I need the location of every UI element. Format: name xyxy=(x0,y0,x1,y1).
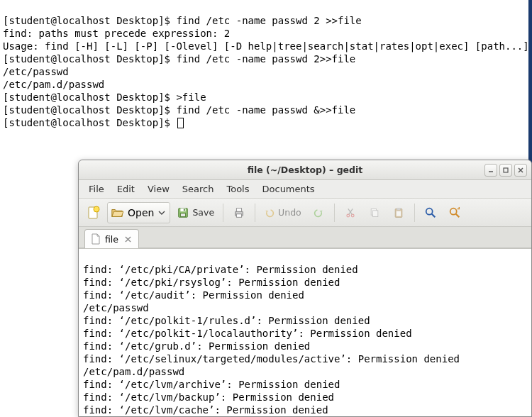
open-label: Open xyxy=(128,207,154,218)
open-button[interactable]: Open xyxy=(107,202,170,223)
editor-line: find: ‘/etc/lvm/backup’: Permission deni… xyxy=(83,391,334,403)
svg-point-24 xyxy=(450,208,456,214)
terminal-line: /etc/pam.d/passwd xyxy=(3,79,104,90)
terminal-line: [student@localhost Desktop]$ find /etc -… xyxy=(3,15,362,26)
minimize-icon xyxy=(487,167,494,174)
svg-rect-11 xyxy=(236,208,241,211)
maximize-icon xyxy=(502,167,509,174)
editor-line: find: ‘/etc/lvm/cache’: Permission denie… xyxy=(83,404,328,416)
svg-rect-9 xyxy=(181,213,186,216)
terminal-line: Usage: find [-H] [-L] [-P] [-Olevel] [-D… xyxy=(3,40,532,52)
copy-button[interactable] xyxy=(364,202,385,223)
separator xyxy=(255,204,255,222)
undo-icon xyxy=(264,207,275,218)
svg-line-16 xyxy=(348,208,353,214)
save-label: Save xyxy=(192,207,214,218)
svg-rect-12 xyxy=(236,213,241,217)
close-icon xyxy=(125,236,131,243)
terminal-line: [student@localhost Desktop]$ find /etc -… xyxy=(3,104,355,116)
editor-line: find: ‘/etc/lvm/archive’: Permission den… xyxy=(83,379,340,390)
cut-button[interactable] xyxy=(340,202,361,223)
menu-documents[interactable]: Documents xyxy=(257,182,321,196)
print-button[interactable] xyxy=(228,202,250,223)
editor-line: find: ‘/etc/pki/CA/private’: Permission … xyxy=(83,264,358,275)
folder-open-icon xyxy=(111,206,123,219)
menubar: File Edit View Search Tools Documents xyxy=(79,180,531,199)
minimize-button[interactable] xyxy=(484,164,497,177)
redo-icon xyxy=(313,207,324,218)
svg-rect-18 xyxy=(372,210,377,216)
editor-line: find: ‘/etc/selinux/targeted/modules/act… xyxy=(83,353,460,365)
close-button[interactable] xyxy=(514,164,527,177)
maximize-button[interactable] xyxy=(499,164,512,177)
undo-label: Undo xyxy=(278,207,301,218)
editor-line: find: ‘/etc/pki/rsyslog’: Permission den… xyxy=(83,277,340,288)
editor-line: /etc/pam.d/passwd xyxy=(83,366,184,377)
undo-button[interactable]: Undo xyxy=(260,202,305,223)
separator xyxy=(414,204,415,222)
svg-rect-21 xyxy=(397,211,401,216)
terminal-line: [student@localhost Desktop]$ find /etc -… xyxy=(3,53,355,65)
menu-tools[interactable]: Tools xyxy=(221,182,255,196)
editor-line: find: ‘/etc/polkit-1/rules.d’: Permissio… xyxy=(83,315,370,326)
tab-close-button[interactable] xyxy=(123,234,133,244)
paste-button[interactable] xyxy=(388,202,409,223)
save-icon xyxy=(177,206,189,219)
search-icon xyxy=(424,206,437,219)
menu-file[interactable]: File xyxy=(83,182,110,196)
separator xyxy=(334,204,335,222)
window-title: file (~/Desktop) – gedit xyxy=(79,165,531,175)
window-buttons xyxy=(484,164,527,177)
clipboard-icon xyxy=(393,207,404,218)
svg-line-25 xyxy=(456,213,460,217)
toolbar: Open Save Undo xyxy=(79,199,531,227)
print-icon xyxy=(233,206,245,219)
redo-button[interactable] xyxy=(308,202,329,223)
terminal-line: find: paths must precede expression: 2 xyxy=(3,28,230,39)
document-icon xyxy=(91,233,101,245)
svg-line-23 xyxy=(432,213,436,217)
editor-area[interactable]: find: ‘/etc/pki/CA/private’: Permission … xyxy=(79,248,531,416)
new-document-button[interactable] xyxy=(83,202,104,223)
svg-point-22 xyxy=(426,208,432,214)
svg-point-5 xyxy=(94,206,99,212)
gedit-window: file (~/Desktop) – gedit File Edit View … xyxy=(78,160,532,417)
tab-file[interactable]: file xyxy=(84,229,139,248)
terminal-cursor xyxy=(177,118,184,128)
editor-line: find: ‘/etc/audit’: Permission denied xyxy=(83,289,304,301)
tab-label: file xyxy=(105,234,118,245)
tabbar: file xyxy=(79,227,531,248)
editor-line: /etc/passwd xyxy=(83,302,149,313)
svg-rect-20 xyxy=(397,208,400,209)
close-icon xyxy=(517,167,524,174)
titlebar[interactable]: file (~/Desktop) – gedit xyxy=(79,160,531,180)
terminal-line: /etc/passwd xyxy=(3,66,69,77)
editor-line: find: ‘/etc/grub.d’: Permission denied xyxy=(83,340,310,352)
scissors-icon xyxy=(345,207,356,218)
editor-line: find: ‘/etc/polkit-1/localauthority’: Pe… xyxy=(83,328,412,339)
chevron-down-icon xyxy=(158,209,165,216)
copy-icon xyxy=(369,207,380,218)
separator xyxy=(223,204,223,222)
menu-view[interactable]: View xyxy=(142,182,175,196)
menu-search[interactable]: Search xyxy=(177,182,220,196)
svg-line-15 xyxy=(348,208,353,214)
find-button[interactable] xyxy=(420,202,441,223)
save-button[interactable]: Save xyxy=(173,202,218,223)
svg-rect-1 xyxy=(504,168,508,172)
find-replace-icon xyxy=(448,206,461,219)
terminal-line: [student@localhost Desktop]$ >file xyxy=(3,91,206,103)
menu-edit[interactable]: Edit xyxy=(111,182,140,196)
terminal-line: [student@localhost Desktop]$ xyxy=(3,117,176,128)
new-document-icon xyxy=(87,206,101,220)
svg-rect-8 xyxy=(184,208,185,211)
find-replace-button[interactable] xyxy=(444,202,465,223)
